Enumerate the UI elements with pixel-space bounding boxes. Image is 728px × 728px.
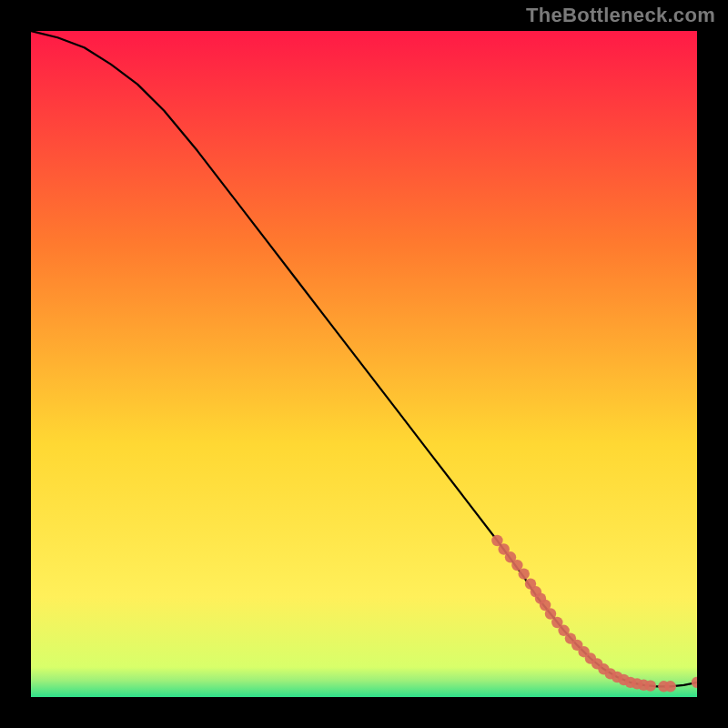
data-marker (645, 680, 656, 691)
plot-area (31, 31, 697, 697)
chart-frame: TheBottleneck.com (0, 0, 728, 728)
chart-background (31, 31, 697, 697)
data-marker (665, 681, 676, 692)
watermark-label: TheBottleneck.com (526, 4, 715, 27)
data-marker (519, 568, 530, 579)
chart-svg (31, 31, 697, 697)
